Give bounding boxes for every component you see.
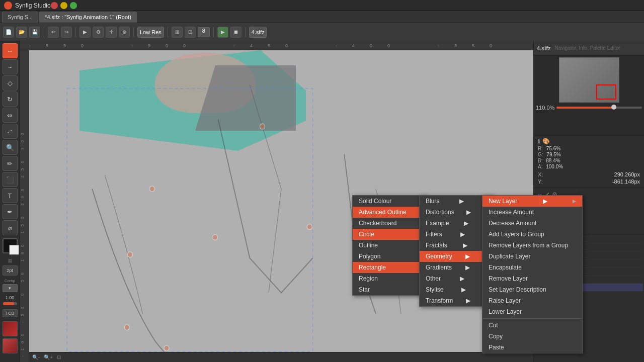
undo-button[interactable]: ↩ <box>48 27 59 38</box>
close-button[interactable] <box>51 2 58 9</box>
menu-item-cut[interactable]: Cut <box>482 320 582 331</box>
tab-synfig[interactable]: Synfig S... <box>2 12 38 23</box>
sep2 <box>75 27 76 37</box>
svg-point-4 <box>127 252 132 257</box>
render-button[interactable]: ▶ <box>79 27 91 38</box>
info-panel: ℹ 🎨 R: 75.6% G: 79.5% B: 88.4% A: 100.0%… <box>534 136 644 188</box>
file-label: 4.sifz <box>249 27 267 38</box>
zoom-in[interactable]: 🔍+ <box>44 354 53 360</box>
titlebar: Synfig Studio <box>0 0 644 11</box>
thumbnail2 <box>3 338 18 353</box>
fg-color[interactable] <box>3 238 18 253</box>
info-palette[interactable]: 🎨 <box>542 138 550 145</box>
tool-transform[interactable]: ↔ <box>3 43 18 58</box>
ruler-horizontal: -550 -500 -450 -400 -350 -300 -250 -200 … <box>20 41 533 50</box>
snap-button[interactable]: ⊡ <box>185 27 196 38</box>
menu-item-new-layer[interactable]: New Layer▶ <box>482 196 582 207</box>
nav-viewport-rect <box>596 84 616 100</box>
menu-item-duplicate-layer[interactable]: Duplicate Layer <box>482 251 582 262</box>
lowres-combo[interactable]: Low Res <box>137 27 164 38</box>
svg-point-1 <box>149 186 154 192</box>
svg-point-5 <box>124 325 129 330</box>
zoom-fit[interactable]: ⊡ <box>57 354 61 360</box>
g-label: G: <box>538 152 543 157</box>
grid-button[interactable]: ⊞ <box>172 27 183 38</box>
menu-item-advanced-outline[interactable]: Advanced Outline <box>353 207 426 218</box>
tool-draw[interactable]: ✏ <box>3 156 18 171</box>
line-width[interactable]: 2pt <box>3 265 18 276</box>
zoom-controls[interactable]: 🔍- <box>32 354 40 360</box>
transform-button[interactable]: ✛ <box>106 27 117 38</box>
menu-item-star[interactable]: Star <box>353 284 426 295</box>
svg-point-3 <box>307 224 312 230</box>
play-button[interactable]: ▶ <box>217 27 228 38</box>
tool-scale[interactable]: ⇔ <box>3 108 18 123</box>
menu-item-paste[interactable]: Paste <box>482 342 582 353</box>
nav-thumbnail[interactable] <box>559 57 619 103</box>
menu-item-increase-amount[interactable]: Increase Amount <box>482 207 582 218</box>
menu-item-checkerboard[interactable]: Checkerboard <box>353 218 426 229</box>
menu-item-add-layers-group[interactable]: Add Layers to Group <box>482 229 582 240</box>
tool-text[interactable]: T <box>3 188 18 203</box>
tcb-combo[interactable]: TCB <box>3 309 18 317</box>
toolbar: 📄 📂 💾 ↩ ↪ ▶ ⚙ ✛ ⊗ Low Res ⊞ ⊡ 8 ▶ ⏹ 4.si… <box>0 23 644 41</box>
tool-brush[interactable]: ⌀ <box>3 220 18 235</box>
tool-fill[interactable]: ⬛ <box>3 172 18 187</box>
menu-item-region[interactable]: Region <box>353 273 426 284</box>
open-button[interactable]: 📂 <box>16 27 27 38</box>
color-mode: ⊞ <box>8 258 12 263</box>
sep1 <box>44 27 44 37</box>
menu-item-raise-layer[interactable]: Raise Layer <box>482 295 582 306</box>
menu-item-rectangle[interactable]: Rectangle <box>353 262 426 273</box>
window-controls <box>51 2 77 9</box>
tool-rotate[interactable]: ↻ <box>3 92 18 107</box>
zoom-value: 110.0% <box>536 105 554 111</box>
sep4 <box>168 27 168 37</box>
opacity-slider[interactable] <box>3 302 17 305</box>
menu-item-outline[interactable]: Outline <box>353 240 426 251</box>
stop-button[interactable]: ⏹ <box>230 27 242 38</box>
tool-mirror[interactable]: ⇌ <box>3 124 18 139</box>
titlebar-text: Synfig Studio <box>15 2 51 9</box>
r-label: R: <box>538 146 543 151</box>
menu-item-solid-colour[interactable]: Solid Colour <box>353 196 426 207</box>
new-button[interactable]: 📄 <box>3 27 14 38</box>
maximize-button[interactable] <box>70 2 77 9</box>
menu-item-encapsulate[interactable]: Encapsulate <box>482 262 582 273</box>
menu-item-circle[interactable]: Circle <box>353 229 426 240</box>
fps-input[interactable]: 8 <box>198 27 210 37</box>
menu-item-polygon[interactable]: Polygon <box>353 251 426 262</box>
r-value: 75.6% <box>546 146 560 151</box>
menu-item-copy[interactable]: Copy <box>482 331 582 342</box>
tabbar: Synfig S... *4.sifz : "Synfig Animation … <box>0 11 644 23</box>
menu-item-set-layer-description[interactable]: Set Layer Description <box>482 284 582 295</box>
blend-combo[interactable]: ▾ <box>3 284 18 292</box>
svg-point-2 <box>212 234 217 240</box>
save-button[interactable]: 💾 <box>29 27 40 38</box>
context-menu-top: New Layer▶ Increase Amount Decrease Amou… <box>482 195 583 353</box>
navigator-panel: 110.0% <box>534 55 644 136</box>
interpolate-button[interactable]: ⊗ <box>119 27 130 38</box>
ruler-vertical: -100 -50 0 50 100 150 200 250 300 <box>20 50 29 362</box>
sep5 <box>213 27 214 37</box>
minimize-button[interactable] <box>60 2 67 9</box>
tool-node[interactable]: ◇ <box>3 75 18 90</box>
tool-pen[interactable]: ✒ <box>3 204 18 219</box>
redo-button[interactable]: ↪ <box>61 27 72 38</box>
tool-smooth[interactable]: ~ <box>3 59 18 74</box>
toolbox: ↔ ~ ◇ ↻ ⇔ ⇌ 🔍 ✏ ⬛ T ✒ ⌀ ⊞ 2pt Comp ▾ 1.0… <box>0 41 20 362</box>
b-label: B: <box>538 158 542 163</box>
menu-item-remove-layers-group[interactable]: Remove Layers from a Group <box>482 240 582 251</box>
tool-zoom[interactable]: 🔍 <box>3 140 18 155</box>
a-label: A: <box>538 164 542 169</box>
svg-rect-7 <box>67 88 312 352</box>
zoom-slider[interactable] <box>556 107 642 109</box>
menu-item-remove-layer[interactable]: Remove Layer <box>482 273 582 284</box>
right-panel-header: 4.sifz Navigator, Info, Palette Editor <box>534 41 644 55</box>
settings-button[interactable]: ⚙ <box>93 27 104 38</box>
info-tools[interactable]: ℹ <box>538 138 540 145</box>
canvas-statusbar: 🔍- 🔍+ ⊡ <box>29 352 533 362</box>
tab-animation[interactable]: *4.sifz : "Synfig Animation 1" (Root) <box>39 12 137 23</box>
menu-item-lower-layer[interactable]: Lower Layer <box>482 306 582 317</box>
menu-item-decrease-amount[interactable]: Decrease Amount <box>482 218 582 229</box>
